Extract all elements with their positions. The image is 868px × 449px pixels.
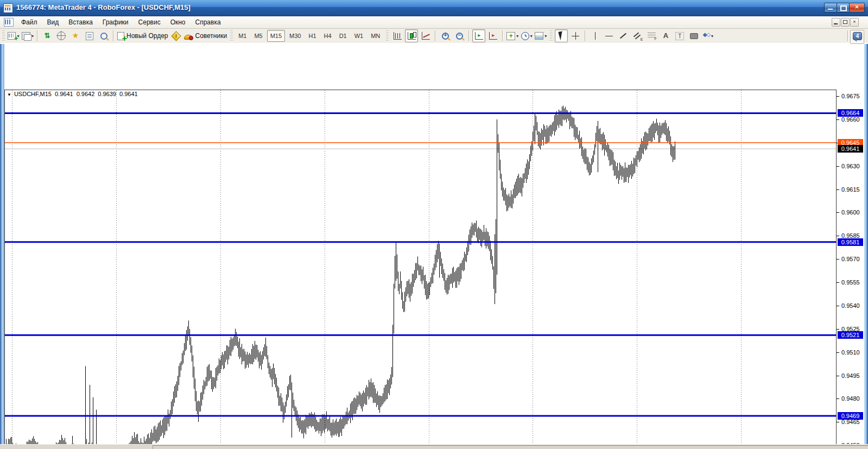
price-badge-bid-0.9641: 0.9641 [838, 145, 863, 153]
market-watch-button[interactable]: ⇅ [41, 29, 54, 42]
price-tick [837, 376, 839, 376]
line-chart-mode-button[interactable] [419, 29, 432, 42]
price-tick [837, 212, 839, 213]
templates-button[interactable]: ▾ [534, 29, 547, 42]
symbol-quote-line: ▼USDCHF,M150.96410.96420.96390.9641 [7, 91, 141, 97]
timeframe-button-m5[interactable]: M5 [251, 30, 265, 42]
price-axis[interactable]: 0.96750.96600.96450.96300.96150.96000.95… [837, 90, 864, 449]
data-window-icon [57, 31, 66, 40]
horizontal-line-icon [605, 36, 613, 36]
price-tick-label: 0.9480 [841, 395, 860, 402]
timeframe-button-h1[interactable]: H1 [306, 30, 320, 42]
timeframe-button-mn[interactable]: MN [368, 30, 383, 42]
menu-item-5[interactable]: Сервис [134, 16, 166, 28]
child-close-button[interactable]: × [850, 18, 859, 27]
symbol-dropdown-icon[interactable]: ▼ [7, 92, 11, 97]
chart-shift-button[interactable]: ▸ [486, 29, 499, 42]
price-tick-label: 0.9570 [841, 256, 860, 262]
menu-item-6[interactable]: Окно [166, 16, 191, 28]
status-bar [0, 444, 868, 449]
navigator-button[interactable]: ★ [69, 29, 82, 42]
market-watch-icon: ⇅ [45, 31, 50, 40]
trendline-icon [620, 33, 626, 39]
crosshair-tool-button[interactable] [569, 29, 582, 42]
horizontal-line-tool-button[interactable] [603, 29, 616, 42]
profiles-icon [22, 32, 30, 40]
price-tick-label: 0.9660 [841, 116, 860, 123]
maximize-button[interactable] [837, 3, 850, 12]
toolbar-grip[interactable] [230, 30, 233, 41]
terminal-icon [86, 32, 93, 40]
profiles-button[interactable]: ▾ [21, 29, 34, 42]
close-button[interactable]: × [849, 3, 865, 12]
alert-button[interactable]: ! [169, 29, 182, 42]
price-tick [837, 422, 839, 422]
price-tick-label: 0.9495 [841, 372, 860, 379]
minimize-button[interactable] [824, 3, 837, 12]
chart-window-icon[interactable] [4, 18, 14, 27]
price-tick-label: 0.9540 [841, 302, 860, 309]
terminal-button[interactable] [83, 29, 96, 42]
candlestick-mode-button[interactable] [405, 29, 418, 42]
timeframe-button-h4[interactable]: H4 [321, 30, 335, 42]
zoom-out-icon: − [456, 33, 463, 40]
periods-button[interactable]: ▾ [520, 29, 533, 42]
chart-plot[interactable]: ▼USDCHF,M150.96410.96420.96390.9641 [4, 90, 837, 449]
fibonacci-tool-button[interactable]: F [645, 29, 658, 42]
shapes-tool-button[interactable] [687, 29, 700, 42]
zoom-out-button[interactable]: − [453, 29, 466, 42]
price-tick [837, 236, 839, 236]
child-minimize-button[interactable] [832, 18, 840, 27]
new-order-icon [117, 32, 124, 40]
price-badge-level-0.9469: 0.9469 [838, 412, 863, 420]
vertical-line-tool-button[interactable] [588, 29, 601, 42]
menu-item-7[interactable]: Справка [191, 16, 226, 28]
auto-scroll-button[interactable]: ▸ [472, 29, 485, 42]
toolbar-grip[interactable] [386, 30, 389, 41]
text-tool-button[interactable]: A [659, 29, 672, 42]
arrows-tool-button[interactable]: ◆◇▾ [701, 29, 714, 42]
price-tick [837, 166, 839, 167]
price-tick-label: 0.9615 [841, 186, 860, 193]
timeframe-button-d1[interactable]: D1 [336, 30, 350, 42]
new-order-button[interactable]: Новый Ордер [117, 29, 168, 42]
text-label-tool-button[interactable]: T [673, 29, 686, 42]
toolbar-grip[interactable] [2, 30, 5, 41]
timeframe-button-m1[interactable]: M1 [235, 30, 250, 42]
vertical-line-icon [595, 32, 595, 40]
new-chart-button[interactable]: ▾ [7, 29, 20, 42]
toolbar-grip[interactable] [550, 30, 553, 41]
menu-item-3[interactable]: Вставка [64, 16, 98, 28]
timeframe-button-w1[interactable]: W1 [351, 30, 367, 42]
chevron-down-icon: ▾ [530, 34, 533, 39]
alert-diamond-icon: ! [171, 31, 181, 41]
price-tick-label: 0.9510 [841, 349, 860, 356]
channel-tool-button[interactable]: E [631, 29, 644, 42]
arrows-icon: ◆◇ [703, 31, 710, 40]
metatrader-window: 1566774: MetaTrader 4 - RoboForex - [USD… [0, 0, 868, 449]
bar-chart-mode-button[interactable] [391, 29, 404, 42]
price-tick-label: 0.9630 [841, 163, 860, 169]
menu-item-1[interactable]: Файл [16, 16, 42, 28]
price-tick-label: 0.9465 [841, 419, 860, 425]
cursor-tool-button[interactable] [555, 29, 568, 42]
notification-button[interactable]: 4 [850, 30, 864, 44]
menu-item-4[interactable]: Графики [98, 16, 134, 28]
zoom-in-button[interactable]: + [439, 29, 452, 42]
menu-item-2[interactable]: Вид [42, 16, 64, 28]
rectangle-shape-icon [690, 33, 698, 39]
data-window-button[interactable] [55, 29, 68, 42]
expert-advisor-hat-icon [184, 35, 193, 40]
strategy-tester-icon [100, 33, 107, 40]
timeframe-button-m30[interactable]: M30 [286, 30, 304, 42]
price-tick [837, 306, 839, 306]
expert-advisors-button[interactable]: Советники [183, 29, 227, 42]
child-restore-button[interactable] [841, 18, 850, 27]
indicators-button[interactable]: +▾ [506, 29, 519, 42]
price-tick-label: 0.9555 [841, 279, 860, 286]
trendline-tool-button[interactable] [617, 29, 630, 42]
timeframe-button-m15[interactable]: M15 [267, 30, 285, 42]
strategy-tester-button[interactable] [97, 29, 110, 42]
toolbar: ▾ ▾ ⇅ ★ Новый Ордер ! Советники M1M5M15M… [0, 29, 868, 45]
new-chart-icon [8, 32, 16, 40]
